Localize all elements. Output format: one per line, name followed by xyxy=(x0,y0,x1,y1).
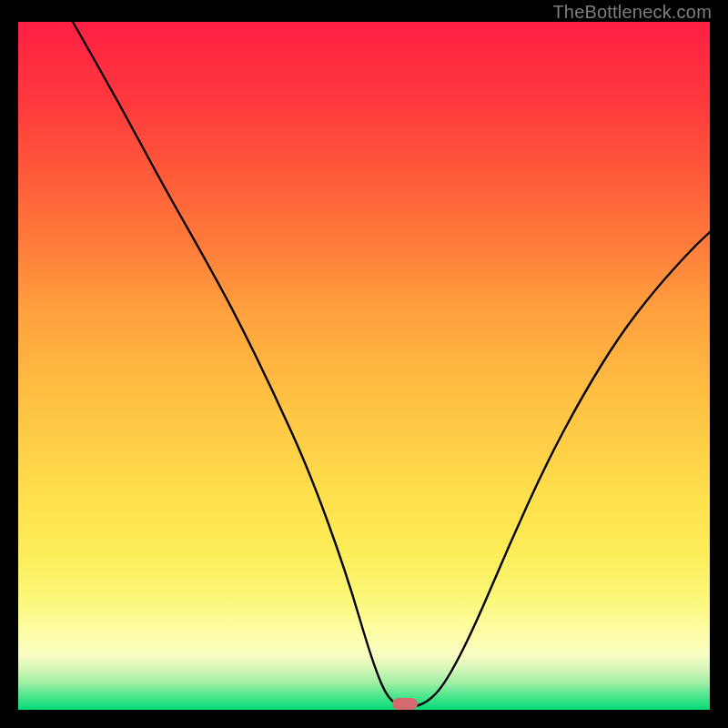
chart-stage: TheBottleneck.com xyxy=(0,0,728,728)
bottleneck-curve xyxy=(18,22,710,710)
chart-plot-area xyxy=(18,22,710,710)
attribution-label: TheBottleneck.com xyxy=(552,2,712,23)
bottleneck-marker xyxy=(392,698,418,710)
